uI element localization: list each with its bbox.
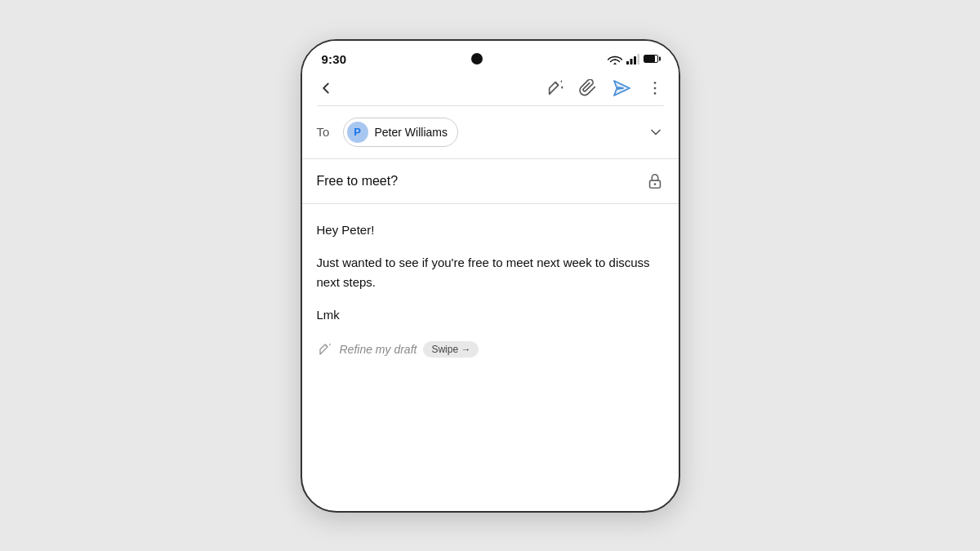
greeting-text: Hey Peter! xyxy=(317,223,375,237)
svg-point-10 xyxy=(653,183,656,185)
svg-point-8 xyxy=(653,92,656,95)
camera-dot xyxy=(471,53,483,64)
swipe-label: Swipe → xyxy=(431,344,470,355)
attach-button[interactable] xyxy=(579,79,597,97)
recipient-avatar: P xyxy=(347,122,368,143)
more-button[interactable] xyxy=(646,79,664,97)
email-body[interactable]: Hey Peter! Just wanted to see if you're … xyxy=(302,204,679,374)
toolbar xyxy=(302,73,679,105)
svg-rect-3 xyxy=(638,54,640,64)
svg-rect-1 xyxy=(630,59,633,64)
subject-text: Free to meet? xyxy=(317,174,399,189)
svg-point-7 xyxy=(653,87,656,89)
svg-point-6 xyxy=(653,82,656,84)
signal-icon xyxy=(626,54,639,64)
ai-refine-bar[interactable]: Refine my draft Swipe → xyxy=(317,338,664,358)
ai-pencil-icon xyxy=(317,341,333,358)
phone-frame: 9:30 xyxy=(301,39,680,513)
recipient-name: Peter Williams xyxy=(375,126,448,139)
edit-magic-button[interactable] xyxy=(546,79,564,97)
swipe-badge[interactable]: Swipe → xyxy=(423,341,479,358)
back-button[interactable] xyxy=(317,79,335,97)
svg-rect-0 xyxy=(626,61,629,64)
recipient-chip[interactable]: P Peter Williams xyxy=(343,118,458,147)
send-button[interactable] xyxy=(612,79,631,97)
svg-rect-2 xyxy=(634,56,636,64)
expand-recipients-button[interactable] xyxy=(648,124,664,140)
body-paragraph-text: Just wanted to see if you're free to mee… xyxy=(317,256,650,289)
subject-field[interactable]: Free to meet? xyxy=(302,158,679,204)
status-time: 9:30 xyxy=(322,52,347,66)
closing-text: Lmk xyxy=(317,308,340,322)
lock-icon[interactable] xyxy=(646,172,664,190)
status-icons xyxy=(608,54,658,64)
to-field: To P Peter Williams xyxy=(302,106,679,158)
to-label: To xyxy=(317,125,333,139)
battery-icon xyxy=(644,55,658,63)
wifi-icon xyxy=(608,54,622,64)
status-bar: 9:30 xyxy=(302,41,679,73)
ai-refine-label: Refine my draft xyxy=(340,343,417,356)
